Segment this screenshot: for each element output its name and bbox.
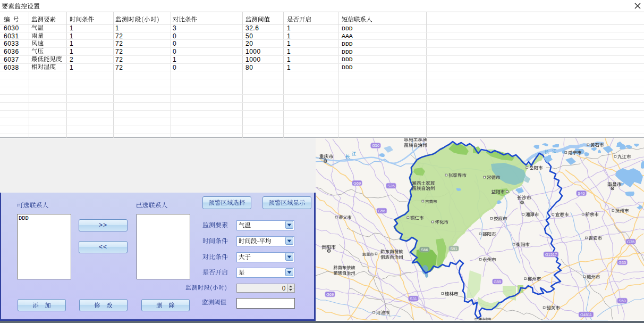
svg-text:G69: G69 <box>326 292 334 297</box>
svg-text:G55: G55 <box>494 279 501 284</box>
svg-text:G35: G35 <box>627 239 634 244</box>
svg-text:G50: G50 <box>372 143 379 148</box>
svg-text:G56: G56 <box>378 209 385 213</box>
svg-text:S26: S26 <box>387 184 394 188</box>
svg-text:S40: S40 <box>578 191 584 196</box>
svg-text:G35: G35 <box>618 260 626 265</box>
svg-text:G1517: G1517 <box>545 252 557 257</box>
svg-text:G4511: G4511 <box>580 312 592 317</box>
svg-text:S31: S31 <box>410 296 417 301</box>
svg-text:S91: S91 <box>450 246 457 251</box>
svg-text:G69: G69 <box>353 181 361 186</box>
svg-text:S50: S50 <box>618 299 625 303</box>
svg-text:S66: S66 <box>421 247 428 252</box>
